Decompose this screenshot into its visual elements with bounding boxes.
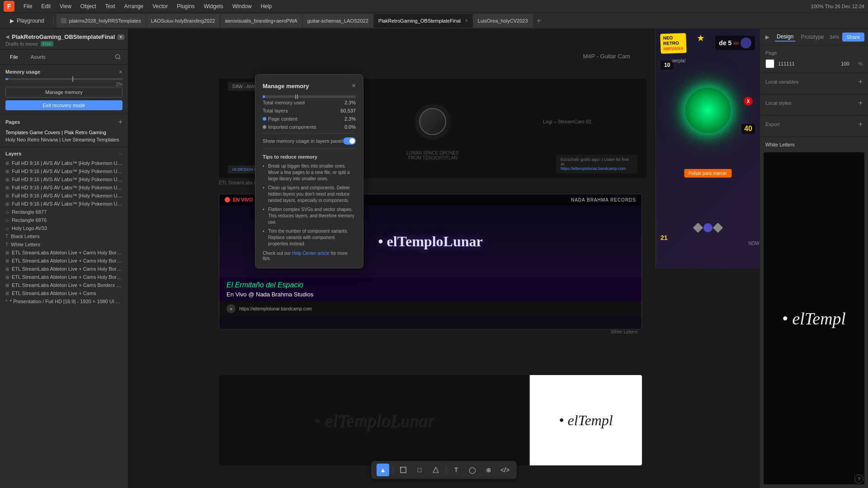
tab-1-label: plakmx2028_holyRRSTemplates [69,18,141,23]
website-label: https://eltemplolunar.bandcamp.com [239,306,312,311]
toolbar-divider-1 [393,465,393,474]
add-export[interactable]: + [859,120,863,128]
svg-point-0 [116,55,120,59]
modal-progress-marker [295,94,296,99]
tab-6[interactable]: LuisOrea_holyCV2023 [473,14,533,28]
page-item-1[interactable]: Templates Game Covers | Plak Retro Gamin… [5,129,123,136]
frame-tool[interactable] [397,464,410,476]
layer-item-8[interactable]: ◇Holy Logo AV33 [0,224,128,232]
tab-4[interactable]: guitar-schemas_LAOS2022 [303,14,373,28]
pen-tool[interactable] [429,464,442,476]
code-tool[interactable]: </> [499,464,511,476]
layer-item-11[interactable]: ⊞ETL StreamLabs Ableton Live + Cams Holy… [0,249,128,257]
canvas-area[interactable]: M4P - Guitar Cam DAW - Ableton Live 11 D… [128,29,760,488]
tab-playground[interactable]: ▶ Playground [4,16,51,26]
tab-5[interactable]: PlakRetroGaming_OBStemplateFinal × [374,14,472,28]
menu-view[interactable]: View [56,2,75,10]
modal-title: Manage memory [263,83,309,89]
record-label: NADA BRAHMA RECORDS [571,197,636,202]
layers-options[interactable]: ··· [119,151,123,156]
local-variables-section: Local variables + [760,73,868,94]
layer-item-13[interactable]: ⊞ETL StreamLabs Ableton Live + Cams Holy… [0,265,128,273]
layer-item-2[interactable]: ⊞Full HD 9:16 | AVS AV Labs™ [Holy Pokem… [0,175,128,183]
file-tab[interactable]: File [5,52,23,61]
layer-item-15[interactable]: ⊞ETL StreamLabs Ableton Live + Cams Bord… [0,281,128,289]
manage-memory-button[interactable]: Manage memory [5,87,123,98]
tab-4-label: guitar-schemas_LAOS2022 [307,18,368,23]
tab-2[interactable]: LAOSuiux-holyBranding2022 [146,14,220,28]
layer-item-4[interactable]: ⊞Full HD 9:16 | AVS AV Labs™ [Holy Pokem… [0,192,128,200]
add-local-variable[interactable]: + [859,78,863,86]
layer-item-1[interactable]: ⊞Full HD 9:16 | AVS AV Labs™ [Holy Pokem… [0,167,128,175]
page-content-value: 2.3% [344,116,356,122]
tip-item-1: Clean up layers and components. Delete h… [263,185,356,204]
help-center-link[interactable]: Help Center article [292,251,330,256]
menu-help[interactable]: Help [257,2,276,10]
layer-item-5[interactable]: ⊞Full HD 9:16 | AVS AV Labs™ [Holy Pokem… [0,200,128,208]
menu-file[interactable]: File [20,2,36,10]
left-sidebar: ◀ PlakRetroGaming_OBStemplateFinal ▾ Dra… [0,29,128,488]
tab-5-close[interactable]: × [465,18,468,23]
menu-text[interactable]: Text [102,2,119,10]
memory-bar [5,78,123,80]
exit-recovery-button[interactable]: Exit recovery mode [5,100,123,110]
tab-1[interactable]: plakmx2028_holyRRSTemplates [57,14,146,28]
sidebar-header: ◀ PlakRetroGaming_OBStemplateFinal ▾ Dra… [0,29,128,50]
tab-add-button[interactable]: + [533,15,544,26]
page-color-swatch[interactable] [765,59,774,68]
svg-rect-2 [401,467,406,473]
right-panel-preview: • elTempl [764,152,864,484]
help-button[interactable]: ? [854,474,863,483]
design-tab[interactable]: Design [775,33,795,42]
menu-plugins[interactable]: Plugins [173,2,198,10]
tab-1-icon [61,18,66,23]
memory-section-title: Memory usage [5,69,40,75]
modal-close-button[interactable]: × [352,82,356,90]
memory-section-close[interactable]: × [119,68,123,75]
layer-item-0[interactable]: ⊞Full HD 9:16 | AVS AV Labs™ [Holy Pokem… [0,159,128,167]
component-tool[interactable]: ⊕ [482,464,495,476]
file-title: PlakRetroGaming_OBStemplateFinal ▾ [12,33,124,40]
prototype-tab[interactable]: Prototype [799,33,826,41]
export-title: Export [765,122,780,127]
add-local-style[interactable]: + [859,99,863,107]
opacity-percent: % [858,61,863,66]
menu-widgets[interactable]: Widgets [200,2,227,10]
free-badge: Free [41,41,54,47]
layer-item-6[interactable]: ◇Rectangle 6877 [0,208,128,216]
text-tool[interactable]: T [450,464,462,476]
svg-line-1 [119,58,121,60]
layer-item-12[interactable]: ⊞ETL StreamLabs Ableton Live + Cams Holy… [0,257,128,265]
modal-progress-fill [263,95,265,98]
layer-item-17[interactable]: ** Presentation / Full HD [16:9] - 1920 … [0,297,128,305]
play-button[interactable]: ▶ [765,34,769,40]
logi-cam-2: Logi – StreamCam 02 [543,119,591,124]
search-button[interactable] [113,52,123,61]
layer-item-10[interactable]: TWhite Letters [0,240,128,249]
layer-item-3[interactable]: ⊞Full HD 9:16 | AVS AV Labs™ [Holy Pokem… [0,183,128,192]
assets-tab[interactable]: Assets [26,52,50,61]
layers-section: Layers ··· ⊞Full HD 9:16 | AVS AV Labs™ … [0,147,128,488]
white-letters-rp: White Letters [760,137,868,152]
menu-edit[interactable]: Edit [38,2,54,10]
memory-layers-toggle[interactable] [343,137,356,145]
layer-item-14[interactable]: ⊞ETL StreamLabs Ableton Live + Cams Holy… [0,273,128,281]
playground-label: Playground [17,18,44,24]
shape-tool[interactable]: □ [413,464,426,476]
menu-arrange[interactable]: Arrange [121,2,147,10]
add-page-button[interactable]: + [118,118,123,126]
local-styles-title: Local styles [765,100,791,106]
layer-item-9[interactable]: TBlack Letters [0,232,128,240]
tab-3[interactable]: aerovisualis_branding+aeroPWA [221,14,302,28]
comment-tool[interactable]: ◯ [466,464,479,476]
layer-item-16[interactable]: ⊞ETL StreamLabs Ableton Live + Cams [0,289,128,297]
logo-medallion [415,103,451,140]
figma-logo[interactable]: F [4,1,14,12]
select-tool[interactable]: ▲ [377,464,389,476]
menu-object[interactable]: Object [77,2,100,10]
menu-vector[interactable]: Vector [149,2,171,10]
layer-item-7[interactable]: ◇Rectangle 6876 [0,216,128,224]
page-item-2[interactable]: Holy Neo Retro Nirvana | Live Streaming … [5,136,123,143]
share-button[interactable]: Share [842,33,864,42]
menu-window[interactable]: Window [229,2,255,10]
